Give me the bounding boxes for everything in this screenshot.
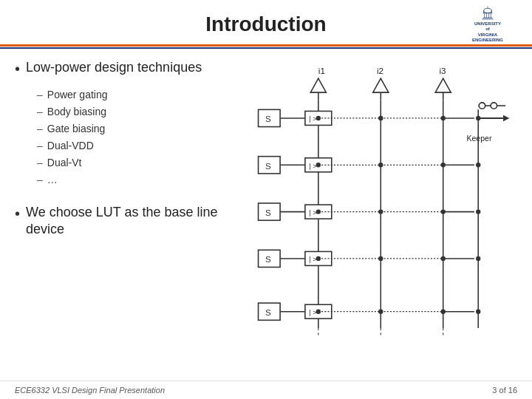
svg-marker-20 [435,78,451,92]
svg-text:S: S [265,114,271,123]
blue-line [0,47,532,49]
circuit-diagram: i1 i2 i3 Keeper [244,63,510,344]
svg-point-0 [484,8,492,13]
slide: Introduction [0,0,532,399]
svg-text:S: S [265,307,271,317]
svg-point-66 [378,256,383,261]
bullet-2: • We choose LUT as the base line device [15,204,236,239]
logo-building-icon [476,6,499,20]
bullet-1-text: Low-power design techniques [26,59,202,76]
footer: ECE6332 VLSI Design Final Presentation 3… [0,381,532,399]
svg-text:S: S [265,208,271,217]
svg-point-85 [491,103,497,109]
main-content: • Low-power design techniques – Power ga… [0,52,532,381]
svg-text:S: S [265,161,271,171]
sub-list: – Power gating – Body biasing – Gate bia… [37,87,236,188]
svg-marker-90 [503,115,509,121]
svg-point-33 [378,116,383,120]
svg-point-58 [476,209,480,214]
svg-point-64 [316,256,321,261]
svg-point-44 [378,163,383,167]
bullet-1-dot: • [15,59,20,78]
sub-item-6-text: … [47,172,58,188]
dash-5: – [37,155,43,171]
svg-text:| >: | > [309,208,317,216]
svg-point-42 [316,163,321,167]
header: Introduction [0,0,532,44]
header-decorative-lines [0,44,532,49]
svg-point-31 [316,116,321,120]
slide-title: Introduction [15,13,517,36]
bullet-2-dot: • [15,204,20,223]
dash-2: – [37,104,43,120]
svg-text:Keeper: Keeper [466,134,491,143]
university-logo: UNIVERSITY of VIRGINIA ENGINEERING [458,6,517,43]
svg-marker-16 [310,78,326,92]
sub-item-4-text: Dual-VDD [47,138,94,154]
list-item: – Gate biasing [37,121,236,137]
orange-line [0,44,532,47]
dash-3: – [37,121,43,137]
svg-point-55 [378,209,383,214]
svg-text:i2: i2 [377,66,383,75]
svg-point-80 [476,310,480,314]
sub-item-1-text: Power gating [47,87,108,103]
list-item: – Power gating [37,87,236,103]
svg-text:| >: | > [309,255,317,263]
svg-point-75 [316,310,321,314]
dash-1: – [37,87,43,103]
logo-text: UNIVERSITY of VIRGINIA ENGINEERING [472,21,503,43]
sub-item-2-text: Body biasing [47,104,106,120]
sub-item-3-text: Gate biasing [47,121,106,137]
sub-item-5-text: Dual-Vt [47,155,82,171]
svg-text:| >: | > [309,162,317,170]
svg-text:S: S [265,254,271,264]
svg-marker-18 [373,78,389,92]
svg-text:| >: | > [309,308,317,316]
dash-6: – [37,172,43,188]
svg-point-77 [378,310,383,314]
bullet-1: • Low-power design techniques [15,59,236,78]
svg-text:i3: i3 [439,66,446,75]
svg-point-84 [479,103,485,109]
list-item: – … [37,172,236,188]
list-item: – Body biasing [37,104,236,120]
svg-point-53 [316,209,321,214]
svg-text:| >: | > [309,115,317,123]
svg-text:i1: i1 [318,66,325,75]
list-item: – Dual-VDD [37,138,236,154]
svg-point-47 [476,163,480,167]
text-column: • Low-power design techniques – Power ga… [15,59,236,381]
footer-page-number: 3 of 16 [492,386,517,395]
list-item: – Dual-Vt [37,155,236,171]
bullet-2-text: We choose LUT as the base line device [26,204,236,239]
circuit-diagram-area: i1 i2 i3 Keeper [236,59,517,381]
dash-4: – [37,138,43,154]
footer-left-text: ECE6332 VLSI Design Final Presentation [15,386,165,395]
svg-point-69 [476,256,480,261]
